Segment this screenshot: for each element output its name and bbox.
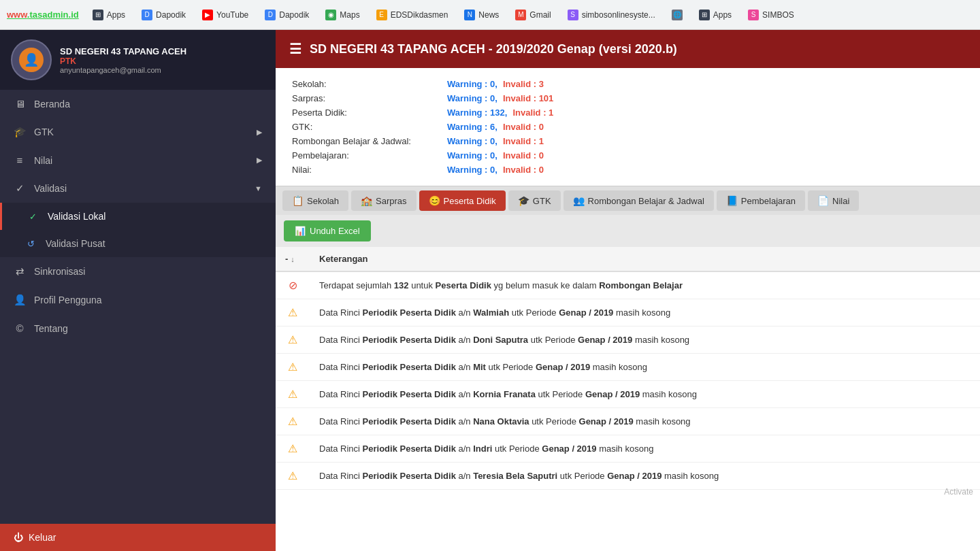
browser-tab-maps[interactable]: ◉Maps xyxy=(320,8,365,22)
row-icon-cell: ⚠ xyxy=(276,463,310,490)
warning-icon: ⚠ xyxy=(288,416,297,427)
tab-icon-apps2: ⊞ xyxy=(699,10,710,20)
tab-icon-simbos: S xyxy=(568,10,578,20)
table-row: ⚠Data Rinci Periodik Peserta Didik a/n K… xyxy=(276,381,980,408)
tab-label-nilai: Nilai xyxy=(832,196,849,206)
row-text-cell: Data Rinci Periodik Peserta Didik a/n Wa… xyxy=(310,299,980,327)
row-text-cell: Data Rinci Periodik Peserta Didik a/n In… xyxy=(310,435,980,463)
tab-pembelajaran[interactable]: 📘Pembelajaran xyxy=(717,190,805,211)
tab-label-pembelajaran: Pembelajaran xyxy=(741,196,796,206)
val-invalid: Invalid : 1 xyxy=(512,107,553,118)
warning-icon: ⚠ xyxy=(288,361,297,373)
val-invalid: Invalid : 3 xyxy=(503,79,544,89)
val-warning: Warning : 6, xyxy=(447,122,497,132)
data-table-container[interactable]: - ↓ Keterangan ⊘Terdapat sejumlah 132 un… xyxy=(276,247,980,551)
tab-label-sekolah: Sekolah xyxy=(307,196,339,206)
val-warning: Warning : 0, xyxy=(447,93,497,103)
sidebar-item-profil[interactable]: 👤Profil Pengguna xyxy=(0,286,276,314)
browser-tab-dapodik2[interactable]: DDapodik xyxy=(259,8,314,22)
browser-tab-apps[interactable]: ⊞Apps xyxy=(87,8,131,22)
nav-icon-validasi: ✓ xyxy=(14,182,26,195)
browser-tab-gmail[interactable]: MGmail xyxy=(510,8,556,22)
tab-icon-sekolah: 📋 xyxy=(292,195,304,206)
val-label: Sekolah: xyxy=(292,79,442,89)
tab-icon-news: N xyxy=(464,10,475,20)
browser-tab-eds[interactable]: EEDSDikdasmen xyxy=(371,8,454,22)
tab-icon-rombel: 👥 xyxy=(573,195,585,206)
tab-icon-apps: ⊞ xyxy=(93,10,103,20)
browser-tab-simbos2[interactable]: SSIMBOS xyxy=(742,8,800,22)
table-row: ⊘Terdapat sejumlah 132 untuk Peserta Did… xyxy=(276,271,980,299)
tab-rombel[interactable]: 👥Rombongan Belajar & Jadwal xyxy=(564,190,714,211)
validation-table: - ↓ Keterangan ⊘Terdapat sejumlah 132 un… xyxy=(276,247,980,490)
val-label: Nilai: xyxy=(292,165,442,175)
avatar: 👤 xyxy=(11,39,52,80)
validation-row: Pembelajaran:Warning : 0, Invalid : 0 xyxy=(292,150,964,161)
sidebar: 👤 SD NEGERI 43 TAPANG ACEH PTK anyuntapa… xyxy=(0,30,276,551)
nav-label-nilai: Nilai xyxy=(34,155,52,166)
sidebar-item-beranda[interactable]: 🖥Beranda xyxy=(0,90,276,118)
row-text-cell: Data Rinci Periodik Peserta Didik a/n Do… xyxy=(310,327,980,354)
browser-tab-news[interactable]: NNews xyxy=(459,8,504,22)
row-icon-cell: ⚠ xyxy=(276,327,310,354)
tab-nilai[interactable]: 📄Nilai xyxy=(808,190,859,211)
row-icon-cell: ⚠ xyxy=(276,299,310,327)
sidebar-item-validasi-pusat[interactable]: ↺Validasi Pusat xyxy=(0,230,276,257)
tab-gtk[interactable]: 🎓GTK xyxy=(508,190,561,211)
row-text-cell: Terdapat sejumlah 132 untuk Peserta Didi… xyxy=(310,271,980,299)
sidebar-item-sinkronisasi[interactable]: ⇄Sinkronisasi xyxy=(0,257,276,286)
sidebar-item-tentang[interactable]: ©Tentang xyxy=(0,314,276,342)
unduh-excel-button[interactable]: 📊 Unduh Excel xyxy=(284,220,371,241)
browser-tab-youtube[interactable]: ▶YouTube xyxy=(197,8,254,22)
browser-tab-apps2[interactable]: ⊞Apps xyxy=(693,8,737,22)
val-label: Sarpras: xyxy=(292,93,442,103)
browser-tab-dapodik[interactable]: DDapodik xyxy=(136,8,191,22)
tab-bar: 📋Sekolah🏫Sarpras😊Peserta Didik🎓GTK👥Rombo… xyxy=(276,186,980,215)
nav-label-sinkronisasi: Sinkronisasi xyxy=(34,266,85,277)
tab-icon-maps: ◉ xyxy=(325,10,336,20)
tab-icon-sarpras: 🏫 xyxy=(361,195,372,206)
val-warning: Warning : 0, xyxy=(447,79,497,89)
row-icon-cell: ⚠ xyxy=(276,435,310,463)
row-text-cell: Data Rinci Periodik Peserta Didik a/n Na… xyxy=(310,408,980,435)
val-invalid: Invalid : 0 xyxy=(503,122,544,132)
table-row: ⚠Data Rinci Periodik Peserta Didik a/n I… xyxy=(276,435,980,463)
tab-sarpras[interactable]: 🏫Sarpras xyxy=(351,190,416,211)
table-row: ⚠Data Rinci Periodik Peserta Didik a/n D… xyxy=(276,327,980,354)
sidebar-item-nilai[interactable]: ≡Nilai▶ xyxy=(0,146,276,174)
table-row: ⚠Data Rinci Periodik Peserta Didik a/n M… xyxy=(276,354,980,381)
error-icon: ⊘ xyxy=(289,280,297,291)
logout-label: Keluar xyxy=(29,532,56,543)
nav-label-validasi-lokal: Validasi Lokal xyxy=(48,211,105,222)
tab-peserta-didik[interactable]: 😊Peserta Didik xyxy=(419,190,506,211)
main-content: ☰ SD NEGERI 43 TAPANG ACEH - 2019/2020 G… xyxy=(276,30,980,551)
validation-row: Peserta Didik:Warning : 132, Invalid : 1 xyxy=(292,107,964,118)
browser-tab-simbos[interactable]: Ssimbosonlinesyste... xyxy=(562,8,661,22)
tab-icon-pembelajaran: 📘 xyxy=(726,195,738,206)
power-icon: ⏻ xyxy=(14,532,23,543)
hamburger-icon[interactable]: ☰ xyxy=(289,41,301,57)
val-label: GTK: xyxy=(292,122,442,132)
browser-tab-globe[interactable]: 🌐 xyxy=(666,8,688,22)
nav-label-gtk: GTK xyxy=(34,127,54,137)
tab-label-gtk: GTK xyxy=(533,196,551,206)
col-sort-header[interactable]: - ↓ xyxy=(276,247,310,271)
val-label: Rombongan Belajar & Jadwal: xyxy=(292,136,442,146)
warning-icon: ⚠ xyxy=(288,334,297,346)
sidebar-item-gtk[interactable]: 🎓GTK▶ xyxy=(0,118,276,146)
sidebar-school-name: SD NEGERI 43 TAPANG ACEH xyxy=(60,46,265,56)
sidebar-item-validasi-lokal[interactable]: ✓Validasi Lokal xyxy=(0,203,276,230)
logout-button[interactable]: ⏻ Keluar xyxy=(0,524,276,551)
sidebar-item-validasi[interactable]: ✓Validasi▼ xyxy=(0,174,276,203)
nav-label-profil: Profil Pengguna xyxy=(34,295,102,305)
app-container: 👤 SD NEGERI 43 TAPANG ACEH PTK anyuntapa… xyxy=(0,30,980,551)
main-header: ☰ SD NEGERI 43 TAPANG ACEH - 2019/2020 G… xyxy=(276,30,980,68)
val-warning: Warning : 0, xyxy=(447,136,497,146)
table-row: ⚠Data Rinci Periodik Peserta Didik a/n W… xyxy=(276,299,980,327)
browser-logo: www.tasadmin.id xyxy=(7,10,79,20)
tab-sekolah[interactable]: 📋Sekolah xyxy=(282,190,348,211)
excel-icon: 📊 xyxy=(295,226,306,236)
warning-icon: ⚠ xyxy=(288,388,297,400)
action-bar: 📊 Unduh Excel xyxy=(276,215,980,247)
nav-arrow-validasi: ▼ xyxy=(255,184,262,193)
